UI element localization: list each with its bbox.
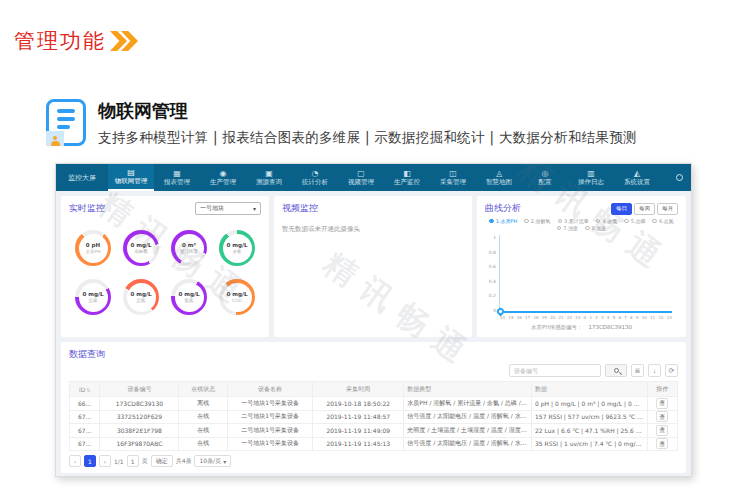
table-row: 66...173CD8C39130离线一号地块1号采集设备2019-10-18 …	[70, 397, 678, 411]
range-button-每周[interactable]: 每周	[634, 203, 655, 215]
curve-option[interactable]: 1.水质PH	[489, 218, 517, 224]
view-button[interactable]: 查	[656, 411, 668, 422]
view-button[interactable]: 查	[656, 425, 668, 436]
cell: 157 RSSI | 577 uv/cm | 9623.5 ℃ | 1 mg/L…	[532, 410, 648, 424]
y-tick-label: 0.4	[489, 279, 496, 284]
table-row: 67...3038F2E1F798在线二号地块1号采集设备2019-11-19 …	[70, 424, 678, 438]
curve-option-label: 3.累计流量	[564, 218, 589, 224]
curve-panel: 曲线分析 每日每周每月 1.水质PH2.溶解氧3.累计流量4.余氯5.总磷6.总…	[477, 196, 686, 337]
nav-item-label: 配置	[539, 179, 552, 186]
y-tick-label: 0.2	[489, 293, 496, 298]
x-tick-label: 23	[575, 315, 580, 320]
dashboard-content: 实时监控 一号地块 ▾ 0 pH水质PH0 mg/L溶解氧0 m³累计流量0 m…	[56, 191, 691, 477]
cell: 水质PH / 溶解氧 / 累计流量 / 余氯 / 总磷 / ...	[404, 397, 532, 411]
column-header-操作: 操作	[647, 382, 677, 397]
view-button[interactable]: 查	[656, 438, 668, 449]
nav-item-icon: ▤	[127, 169, 135, 177]
nav-item-label: 智慧地图	[486, 179, 512, 186]
filter-button[interactable]: ≣	[631, 364, 644, 377]
gauge-总氮: 0 mg/L总氮	[123, 279, 159, 315]
curve-option[interactable]: 7.浊度	[557, 225, 578, 231]
x-tick-label: 13	[667, 315, 672, 320]
nav-item-配置[interactable]: ◎配置	[522, 164, 568, 191]
jump-page-input[interactable]: 1	[127, 455, 139, 467]
column-header-在线状态: 在线状态	[179, 382, 228, 397]
cell: 173CD8C39130	[100, 397, 179, 411]
nav-item-label: 视频管理	[348, 179, 374, 186]
feature-subtitle: 支持多种模型计算 | 报表结合图表的多维展 | 示数据挖掘和统计 | 大数据分析…	[98, 129, 637, 147]
download-button[interactable]: ↓	[648, 364, 661, 377]
cell: 二号地块1号采集设备	[228, 424, 313, 438]
curve-option-label: 8.温度	[592, 225, 607, 231]
gauge-value: 0 pH	[86, 242, 100, 248]
cell: 2019-11-19 11:49:09	[313, 424, 404, 438]
curve-option[interactable]: 4.余氯	[596, 218, 617, 224]
chart-plot-area	[499, 235, 672, 313]
gauge-value: 0 mg/L	[83, 291, 104, 297]
table-row: 67...16F3F9870ABC在线一号地块1号采集设备2019-11-19 …	[70, 437, 678, 451]
pagination: ‹1›1/11页确定共4条10条/页▾	[69, 455, 678, 467]
realtime-panel: 实时监控 一号地块 ▾ 0 pH水质PH0 mg/L溶解氧0 m³累计流量0 m…	[61, 196, 269, 337]
nav-item-生产监控[interactable]: ◧生产监控	[384, 164, 430, 191]
cell: 16F3F9870ABC	[100, 437, 179, 451]
cell: 3038F2E1F798	[100, 424, 179, 438]
search-button[interactable]	[605, 364, 627, 377]
curve-option[interactable]: 3.累计流量	[558, 218, 589, 224]
refresh-button[interactable]: ⟳	[665, 364, 678, 377]
nav-item-智慧地图[interactable]: ◬智慧地图	[476, 164, 522, 191]
gauge-label: 总磷	[89, 298, 98, 303]
curve-option[interactable]: 2.溶解氧	[524, 218, 550, 224]
y-tick-label: 1	[493, 235, 496, 240]
user-icon[interactable]	[676, 174, 683, 181]
y-tick-label: 0.8	[489, 250, 496, 255]
next-page-button[interactable]: ›	[99, 455, 111, 467]
sort-icon[interactable]: ⇅	[86, 387, 90, 393]
y-tick-label: 0.6	[489, 264, 496, 269]
search-input[interactable]	[509, 364, 601, 377]
page-1-button[interactable]: 1	[84, 455, 96, 467]
nav-item-采集管理[interactable]: ◫采集管理	[430, 164, 476, 191]
radio-icon	[596, 219, 601, 224]
curve-option-label: 1.水质PH	[496, 218, 518, 224]
section-header: 管理功能	[14, 27, 138, 55]
nav-item-物联网管理[interactable]: ▤物联网管理	[108, 164, 154, 191]
gauge-总磷: 0 mg/L总磷	[75, 279, 111, 315]
x-tick-label: 2	[595, 315, 598, 320]
chart-caption-label: 水质PH传感器编号：	[531, 324, 582, 330]
prev-page-button[interactable]: ‹	[69, 455, 81, 467]
chart-x-axis: 14151617181920212223012345678910111213	[500, 315, 672, 320]
curve-option[interactable]: 5.总磷	[624, 218, 645, 224]
range-button-每日[interactable]: 每日	[611, 203, 632, 215]
nav-item-统计分析[interactable]: ◔统计分析	[292, 164, 338, 191]
gauge-value: 0 mg/L	[131, 291, 152, 297]
plot-select-value: 一号地块	[200, 204, 224, 213]
query-toolbar: ≣ ↓ ⟳	[69, 364, 678, 377]
x-tick-label: 7	[624, 315, 627, 320]
nav-home-link[interactable]: 监控大屏	[56, 164, 108, 191]
cell: 0 pH | 0 mg/L | 0 m³ | 0 mg/L | 0 mg/L |…	[532, 397, 648, 411]
curve-option[interactable]: 6.总氮	[652, 218, 673, 224]
cell: 一号地块1号采集设备	[228, 397, 313, 411]
cell: 33725120F629	[100, 410, 179, 424]
plot-select[interactable]: 一号地块 ▾	[195, 202, 261, 215]
gauge-氨氮: 0 mg/L氨氮	[171, 279, 207, 315]
confirm-button[interactable]: 确定	[151, 455, 173, 467]
chart-y-axis: 10.80.60.40.20	[485, 235, 499, 313]
view-button[interactable]: 查	[656, 398, 668, 409]
column-header-设备名称: 设备名称	[228, 382, 313, 397]
nav-item-视频管理[interactable]: ▢视频管理	[338, 164, 384, 191]
cell: 2019-11-19 11:45:13	[313, 437, 404, 451]
gauge-余氯: 0 mg/L余氯	[219, 230, 255, 266]
nav-item-溯源查询[interactable]: ▣溯源查询	[246, 164, 292, 191]
x-tick-label: 5	[613, 315, 616, 320]
gauge-value: 0 mg/L	[179, 291, 200, 297]
nav-item-生产管理[interactable]: ◉生产管理	[200, 164, 246, 191]
range-button-每月[interactable]: 每月	[657, 203, 678, 215]
curve-option[interactable]: 8.温度	[585, 225, 606, 231]
page-size-select[interactable]: 10条/页▾	[194, 455, 231, 467]
nav-item-系统设置[interactable]: ◭系统设置	[614, 164, 660, 191]
nav-item-报表管理[interactable]: ▦报表管理	[154, 164, 200, 191]
dashboard-screenshot: 监控大屏 ▤物联网管理▦报表管理◉生产管理▣溯源查询◔统计分析▢视频管理◧生产监…	[55, 163, 692, 477]
nav-item-操作日志[interactable]: ▥操作日志	[568, 164, 614, 191]
gauge-label: 溶解氧	[134, 249, 148, 254]
